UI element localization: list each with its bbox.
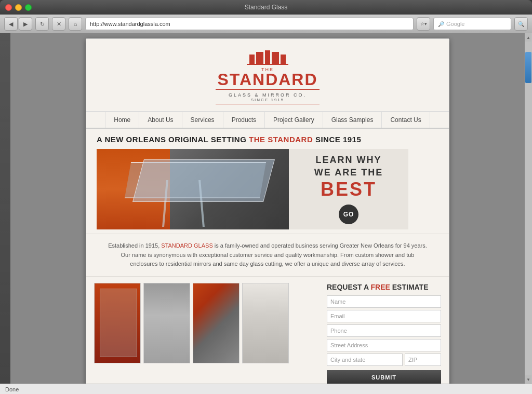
traffic-lights bbox=[5, 4, 32, 11]
status-text: Done bbox=[5, 386, 19, 392]
go-button[interactable]: GO bbox=[339, 205, 358, 224]
forward-button[interactable]: ▶ bbox=[19, 17, 32, 31]
maximize-button[interactable] bbox=[25, 4, 32, 11]
svg-rect-4 bbox=[281, 55, 286, 65]
webpage-container: THE STANDARD GLASS & MIRROR CO. SINCE 19… bbox=[10, 33, 525, 384]
stop-button[interactable]: ✕ bbox=[52, 17, 65, 31]
nav-link-gallery[interactable]: Project Gallery bbox=[265, 112, 323, 128]
estimate-title: REQUEST A FREE ESTIMATE bbox=[327, 283, 441, 291]
webpage: THE STANDARD GLASS & MIRROR CO. SINCE 19… bbox=[86, 38, 449, 384]
learn-best-text: BEST bbox=[321, 179, 377, 200]
bottom-section: REQUEST A FREE ESTIMATE Name Email Phone bbox=[86, 277, 449, 384]
gallery-thumb-1[interactable] bbox=[94, 283, 141, 363]
city-placeholder: City and state bbox=[330, 357, 365, 363]
svg-rect-3 bbox=[272, 52, 279, 65]
email-field[interactable]: Email bbox=[327, 310, 441, 322]
minimize-button[interactable] bbox=[15, 4, 22, 11]
gallery-thumb-1-inner bbox=[95, 283, 140, 363]
zip-field[interactable]: ZIP bbox=[405, 354, 441, 366]
hero-headline: A NEW ORLEANS ORIGINAL SETTING THE STAND… bbox=[97, 135, 438, 144]
gallery-thumb-4[interactable] bbox=[242, 283, 289, 363]
logo-since-text: SINCE 1915 bbox=[251, 98, 284, 102]
svg-rect-5 bbox=[247, 64, 288, 65]
about-brand: STANDARD GLASS bbox=[161, 242, 212, 249]
site-nav: Home About Us Services Products Project … bbox=[86, 112, 449, 129]
hero-section: A NEW ORLEANS ORIGINAL SETTING THE STAND… bbox=[86, 129, 449, 234]
search-submit-button[interactable]: 🔍 bbox=[514, 17, 528, 31]
browser-title: Standard Glass bbox=[245, 4, 288, 11]
estimate-title-suffix: ESTIMATE bbox=[390, 283, 429, 291]
nav-list: Home About Us Services Products Project … bbox=[86, 112, 449, 128]
email-placeholder: Email bbox=[330, 313, 345, 319]
nav-link-about[interactable]: About Us bbox=[139, 112, 182, 128]
phone-field[interactable]: Phone bbox=[327, 324, 441, 337]
about-section: Established in 1915, STANDARD GLASS is a… bbox=[86, 234, 449, 277]
site-header: THE STANDARD GLASS & MIRROR CO. SINCE 19… bbox=[86, 39, 449, 112]
city-zip-row: City and state ZIP bbox=[327, 354, 441, 366]
home-button[interactable]: ⌂ bbox=[69, 17, 82, 31]
browser-window: Standard Glass ◀ ▶ ↻ ✕ ⌂ http://www.stan… bbox=[0, 0, 532, 394]
gallery-thumb-2[interactable] bbox=[143, 283, 190, 363]
gallery-thumbs bbox=[94, 283, 322, 384]
hero-headline-suffix: SINCE 1915 bbox=[313, 135, 361, 144]
nav-link-products[interactable]: Products bbox=[223, 112, 265, 128]
nav-item-about[interactable]: About Us bbox=[139, 112, 182, 128]
submit-button[interactable]: SUBMIT bbox=[327, 370, 441, 384]
hero-brand: THE STANDARD bbox=[249, 135, 313, 144]
phone-placeholder: Phone bbox=[330, 328, 347, 334]
svg-rect-0 bbox=[249, 55, 255, 65]
name-placeholder: Name bbox=[330, 298, 345, 305]
svg-rect-1 bbox=[256, 52, 263, 65]
name-field[interactable]: Name bbox=[327, 295, 441, 308]
reload-button[interactable]: ↻ bbox=[35, 17, 49, 31]
street-field[interactable]: Street Address bbox=[327, 339, 441, 351]
svg-rect-2 bbox=[265, 50, 270, 65]
hero-headline-prefix: A NEW ORLEANS ORIGINAL SETTING bbox=[97, 135, 249, 144]
logo-divider-bottom bbox=[216, 104, 320, 104]
logo-building-icon bbox=[247, 49, 288, 67]
nav-item-gallery[interactable]: Project Gallery bbox=[265, 112, 323, 128]
learn-text-line1: LEARN WHY bbox=[316, 154, 382, 166]
nav-link-glass[interactable]: Glass Samples bbox=[323, 112, 382, 128]
nav-item-services[interactable]: Services bbox=[182, 112, 223, 128]
nav-item-contact[interactable]: Contact Us bbox=[382, 112, 430, 128]
scrollbar-thumb[interactable] bbox=[525, 52, 531, 83]
nav-item-products[interactable]: Products bbox=[223, 112, 265, 128]
learn-text-line2: WE ARE THE bbox=[314, 167, 383, 179]
nav-link-services[interactable]: Services bbox=[182, 112, 223, 128]
search-icon: 🔎 bbox=[438, 21, 444, 27]
url-text: http://www.standardglassla.com bbox=[90, 21, 170, 27]
estimate-title-prefix: REQUEST A bbox=[327, 283, 371, 291]
search-placeholder: Google bbox=[446, 21, 464, 27]
logo-name-text: STANDARD bbox=[217, 71, 317, 88]
back-button[interactable]: ◀ bbox=[4, 17, 18, 31]
close-button[interactable] bbox=[5, 4, 12, 11]
gallery-thumb-3[interactable] bbox=[193, 283, 240, 363]
browser-toolbar: ◀ ▶ ↻ ✕ ⌂ http://www.standardglassla.com… bbox=[0, 15, 532, 33]
browser-titlebar: Standard Glass bbox=[0, 0, 532, 15]
scrollbar[interactable]: ▲ ▼ bbox=[525, 33, 532, 384]
nav-link-contact[interactable]: Contact Us bbox=[382, 112, 430, 128]
estimate-title-free: FREE bbox=[371, 283, 390, 291]
nav-item-home[interactable]: Home bbox=[105, 112, 139, 128]
about-prefix: Established in 1915, bbox=[108, 242, 161, 249]
street-placeholder: Street Address bbox=[330, 342, 368, 348]
logo-area: THE STANDARD GLASS & MIRROR CO. SINCE 19… bbox=[86, 49, 449, 106]
nav-item-glass[interactable]: Glass Samples bbox=[323, 112, 382, 128]
estimate-form: REQUEST A FREE ESTIMATE Name Email Phone bbox=[327, 283, 441, 384]
city-field[interactable]: City and state bbox=[327, 354, 403, 366]
hero-learn-section: LEARN WHY WE ARE THE BEST GO bbox=[289, 149, 408, 229]
status-bar: Done bbox=[0, 384, 532, 394]
logo-sub-text: GLASS & MIRROR CO. bbox=[229, 92, 307, 98]
hero-content: LEARN WHY WE ARE THE BEST GO bbox=[97, 149, 438, 229]
nav-link-home[interactable]: Home bbox=[105, 112, 139, 128]
url-bar[interactable]: http://www.standardglassla.com bbox=[85, 18, 414, 30]
glass-table-visual bbox=[97, 149, 289, 229]
logo-divider-top bbox=[216, 89, 320, 90]
nav-buttons: ◀ ▶ bbox=[4, 17, 32, 31]
bookmark-button[interactable]: ☆▾ bbox=[417, 17, 430, 31]
browser-content: THE STANDARD GLASS & MIRROR CO. SINCE 19… bbox=[0, 33, 532, 384]
search-bar[interactable]: 🔎 Google bbox=[433, 18, 511, 30]
zip-placeholder: ZIP bbox=[408, 357, 417, 363]
hero-image bbox=[97, 149, 289, 229]
